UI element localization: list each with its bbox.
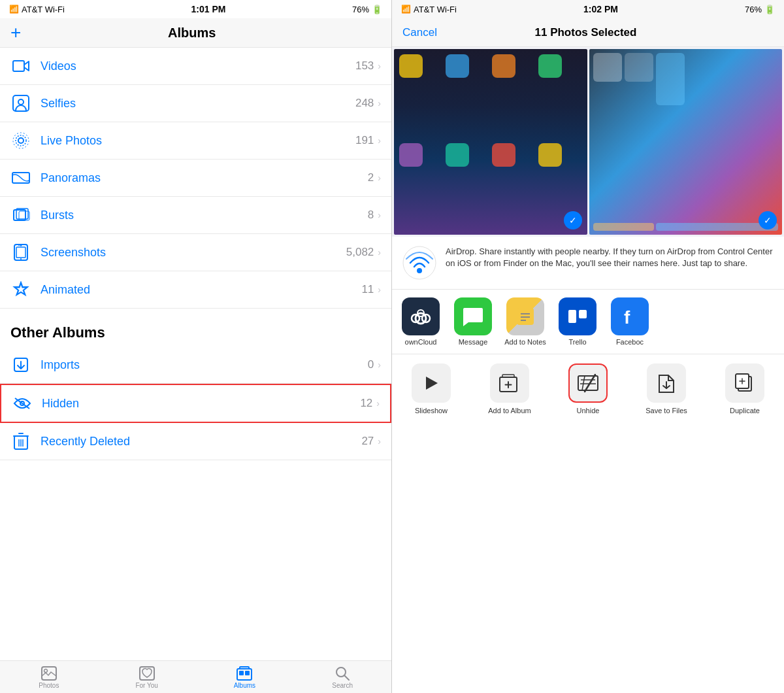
album-name-bursts: Bursts	[41, 209, 368, 222]
album-count-live-photos: 191	[355, 134, 374, 147]
slideshow-label: Slideshow	[415, 407, 448, 414]
add-album-label: Add to Album	[488, 407, 531, 414]
chevron-icon-screenshots: ›	[378, 247, 381, 258]
svg-rect-43	[579, 310, 587, 318]
svg-rect-24	[42, 667, 56, 680]
album-item-panoramas[interactable]: Panoramas 2 ›	[0, 160, 391, 197]
add-album-icon-wrap	[490, 363, 529, 403]
chevron-icon-videos: ›	[378, 61, 381, 71]
chevron-icon-imports: ›	[378, 360, 381, 370]
status-carrier-right: 📶 AT&T Wi-Fi	[401, 5, 457, 14]
trello-label: Trello	[568, 338, 586, 346]
album-name-animated: Animated	[41, 283, 361, 297]
right-panel: 📶 AT&T Wi-Fi 1:02 PM 76% 🔋 Cancel 11 Pho…	[392, 0, 784, 693]
fake-icon-7	[492, 143, 515, 167]
search-tab-icon	[335, 666, 350, 681]
action-save-to-files[interactable]: Save to Files	[640, 363, 693, 414]
svg-point-13	[18, 245, 20, 246]
tab-albums-label: Albums	[234, 682, 255, 689]
album-item-hidden[interactable]: Hidden 12 ›	[0, 384, 391, 423]
left-panel: 📶 AT&T Wi-Fi 1:01 PM 76% 🔋 + Albums Vide…	[0, 0, 392, 693]
unhide-label: Unhide	[577, 407, 600, 414]
album-name-selfies: Selfies	[41, 97, 355, 110]
album-name-live-photos: Live Photos	[41, 134, 355, 148]
chevron-icon-recently-deleted: ›	[378, 436, 381, 447]
carrier-right: AT&T Wi-Fi	[414, 5, 457, 14]
album-name-imports: Imports	[41, 358, 368, 372]
status-bar-left: 📶 AT&T Wi-Fi 1:01 PM 76% 🔋	[0, 0, 391, 18]
cancel-button[interactable]: Cancel	[402, 26, 437, 39]
share-app-facebook[interactable]: f Faceboc	[606, 297, 653, 346]
time-left: 1:01 PM	[191, 4, 226, 14]
album-item-videos[interactable]: Videos 153 ›	[0, 48, 391, 85]
selfie-icon	[10, 93, 31, 114]
photo-2-content	[589, 49, 783, 235]
action-unhide[interactable]: Unhide	[562, 363, 614, 414]
photo-thumb-1[interactable]: ✓	[394, 49, 587, 235]
album-item-recently-deleted[interactable]: Recently Deleted 27 ›	[0, 423, 391, 460]
add-album-button[interactable]: +	[10, 24, 21, 42]
action-add-to-album[interactable]: Add to Album	[483, 363, 536, 414]
svg-point-25	[44, 669, 47, 673]
airdrop-description: AirDrop. Share instantly with people nea…	[446, 246, 774, 269]
photo-1-overlay	[394, 49, 587, 235]
signal-icon-right: 📶	[401, 5, 411, 14]
album-item-imports[interactable]: Imports 0 ›	[0, 346, 391, 384]
album-count-panoramas: 2	[368, 171, 374, 184]
tab-bar-left: Photos For You Albums	[0, 660, 391, 693]
action-slideshow[interactable]: Slideshow	[405, 363, 457, 414]
nav-bar-left: + Albums	[0, 18, 391, 48]
message-label: Message	[459, 338, 488, 346]
save-files-icon-wrap	[647, 363, 686, 403]
time-right: 1:02 PM	[583, 4, 618, 14]
album-item-live-photos[interactable]: Live Photos 191 ›	[0, 122, 391, 160]
carrier-left: AT&T Wi-Fi	[22, 5, 65, 14]
share-app-message[interactable]: Message	[449, 297, 497, 346]
battery-icon-right: 🔋	[764, 5, 775, 14]
tab-for-you[interactable]: For You	[98, 665, 196, 690]
album-count-hidden: 12	[360, 397, 372, 410]
album-count-videos: 153	[355, 59, 374, 73]
fake-icon-2	[446, 54, 469, 78]
fake-icon-1	[399, 54, 423, 78]
svg-point-12	[20, 258, 22, 260]
airdrop-section: AirDrop. Share instantly with people nea…	[392, 237, 784, 290]
album-name-videos: Videos	[41, 59, 355, 73]
owncloud-label: ownCloud	[405, 338, 437, 346]
share-app-owncloud[interactable]: ownCloud	[397, 297, 444, 346]
chevron-icon-animated: ›	[378, 284, 381, 295]
svg-rect-42	[568, 310, 576, 323]
tab-albums[interactable]: Albums	[196, 665, 294, 690]
chevron-icon-live-photos: ›	[378, 135, 381, 146]
album-name-panoramas: Panoramas	[41, 171, 368, 185]
share-app-trello[interactable]: Trello	[554, 297, 601, 346]
actions-section: Slideshow Add to Album	[392, 354, 784, 693]
svg-point-2	[18, 99, 24, 105]
slideshow-icon-wrap	[412, 363, 451, 403]
chevron-icon-hidden: ›	[376, 398, 380, 409]
album-name-hidden: Hidden	[42, 397, 360, 411]
add-notes-label: Add to Notes	[504, 338, 546, 346]
tab-search-label: Search	[332, 682, 353, 689]
chevron-icon-selfies: ›	[378, 98, 381, 109]
album-item-animated[interactable]: Animated 11 ›	[0, 271, 391, 309]
action-duplicate[interactable]: Duplicate	[719, 363, 771, 414]
album-count-screenshots: 5,082	[346, 246, 374, 259]
tab-photos-label: Photos	[39, 682, 59, 689]
bursts-icon	[10, 205, 31, 226]
album-item-screenshots[interactable]: Screenshots 5,082 ›	[0, 234, 391, 271]
add-notes-icon	[506, 297, 544, 335]
save-to-files-label: Save to Files	[645, 407, 687, 414]
facebook-label: Faceboc	[616, 338, 644, 346]
album-item-selfies[interactable]: Selfies 248 ›	[0, 85, 391, 122]
tab-search[interactable]: Search	[293, 665, 391, 690]
check-badge-1: ✓	[564, 211, 582, 229]
tab-photos[interactable]: Photos	[0, 665, 98, 690]
airdrop-icon[interactable]	[402, 246, 436, 280]
album-item-bursts[interactable]: Bursts 8 ›	[0, 197, 391, 234]
battery-right: 76% 🔋	[745, 5, 775, 14]
photo-thumb-2[interactable]: ✓	[589, 49, 783, 235]
share-app-add-notes[interactable]: Add to Notes	[502, 297, 549, 346]
battery-icon-left: 🔋	[372, 5, 382, 14]
albums-list: Videos 153 › Selfies 248 ›	[0, 48, 391, 660]
